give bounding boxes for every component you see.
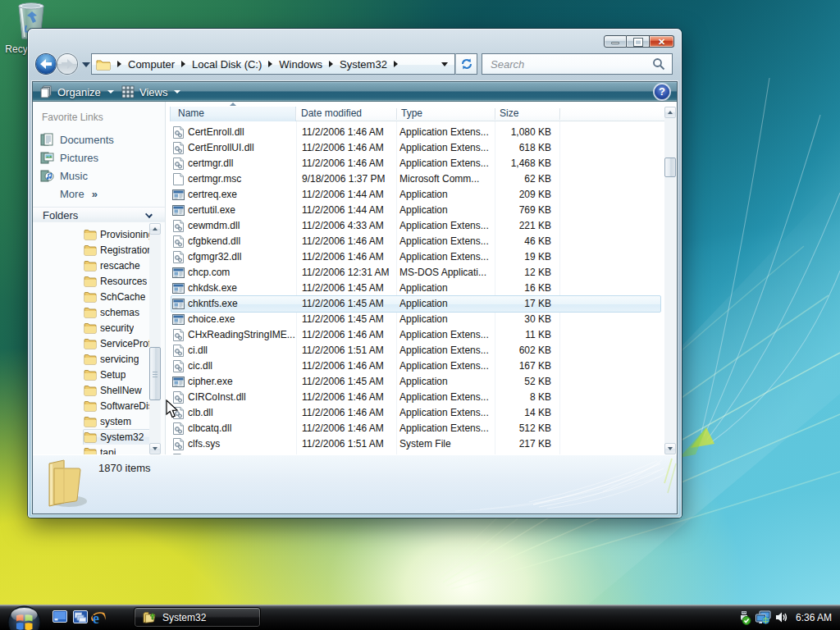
refresh-icon (460, 57, 473, 71)
tree-item-tapi[interactable]: tapi (33, 445, 149, 454)
tree-item-setup[interactable]: Setup (33, 367, 149, 382)
file-row-cic-dll[interactable]: cic.dll11/2/2006 1:46 AMApplication Exte… (170, 358, 677, 374)
minimize-button[interactable] (604, 35, 627, 48)
tree-item-label: schemas (100, 307, 139, 318)
tree-item-provisioning[interactable]: Provisioning (33, 226, 149, 242)
file-row-chcp-com[interactable]: chcp.com11/2/2006 12:31 AMMS-DOS Applica… (170, 265, 677, 281)
column-header-size[interactable]: Size (495, 107, 559, 121)
switch-windows-icon[interactable] (73, 610, 88, 624)
tree-item-serviceprofiles[interactable]: ServiceProfiles (33, 336, 149, 351)
file-row-clfs-sys[interactable]: clfs.sys11/2/2006 1:51 AMSystem File217 … (170, 436, 677, 452)
folders-chevron-icon (145, 211, 153, 218)
scroll-down-icon (153, 447, 158, 450)
exe-file-icon (172, 313, 185, 326)
folder-icon (84, 307, 97, 318)
file-row-certreq-exe[interactable]: certreq.exe11/2/2006 1:44 AMApplication2… (170, 187, 677, 203)
taskbar-button-system32[interactable]: System32 (134, 607, 261, 628)
file-row-chkdsk-exe[interactable]: chkdsk.exe11/2/2006 1:45 AMApplication16… (170, 281, 677, 296)
file-row-cewmdm-dll[interactable]: cewmdm.dll11/2/2006 4:33 AMApplication E… (170, 218, 677, 234)
file-row-chkntfs-exe[interactable]: chkntfs.exe11/2/2006 1:45 AMApplication1… (170, 296, 677, 312)
views-icon (121, 85, 135, 98)
folders-band[interactable]: Folders (33, 207, 165, 222)
volume-icon[interactable] (775, 610, 789, 624)
favorite-link-documents[interactable]: Documents (33, 131, 165, 148)
file-name: CertEnrollUI.dll (188, 140, 303, 156)
network-icon[interactable] (756, 610, 771, 624)
safely-remove-hardware-icon[interactable] (737, 610, 751, 625)
search-box[interactable]: Search (482, 53, 673, 75)
file-row-chxreadingstringime-[interactable]: CHxReadingStringIME...11/2/2006 1:46 AMA… (170, 327, 677, 343)
exe-file-icon (172, 267, 185, 279)
favorite-link-pictures[interactable]: Pictures (33, 149, 165, 166)
file-name: CHxReadingStringIME... (188, 327, 303, 343)
tree-scroll-up-button[interactable] (149, 223, 161, 235)
start-button[interactable] (7, 605, 41, 630)
file-row-choice-exe[interactable]: choice.exe11/2/2006 1:45 AMApplication30… (170, 312, 677, 327)
pictures-icon (40, 151, 54, 164)
file-size: 14 KB (495, 405, 551, 421)
tree-item-servicing[interactable]: servicing (33, 351, 149, 367)
column-header-name[interactable]: Name (170, 107, 296, 121)
list-scrollbar[interactable] (664, 107, 676, 454)
tree-item-registration[interactable]: Registration (33, 242, 149, 258)
file-type: Application Extens... (399, 358, 493, 374)
tree-item-rescache[interactable]: rescache (33, 258, 149, 273)
refresh-button[interactable] (455, 53, 477, 75)
file-name: chkdsk.exe (188, 281, 303, 296)
breadcrumb-item[interactable]: Windows (279, 58, 322, 71)
column-separator[interactable] (559, 108, 560, 120)
thumb-grip (153, 374, 158, 375)
breadcrumb-item[interactable]: System32 (340, 58, 387, 71)
views-button[interactable]: Views (121, 82, 180, 102)
tree-scrollbar[interactable] (149, 223, 161, 454)
show-desktop-icon[interactable] (52, 610, 67, 624)
list-scroll-up-button[interactable] (664, 107, 676, 118)
list-scroll-thumb[interactable] (664, 158, 676, 177)
tree-item-schcache[interactable]: SchCache (33, 289, 149, 304)
file-row-certmgr-dll[interactable]: certmgr.dll11/2/2006 1:46 AMApplication … (170, 156, 677, 171)
file-type: Application (399, 281, 493, 296)
tree-item-softwaredistribution[interactable]: SoftwareDistribution (33, 398, 149, 413)
file-size: 16 KB (495, 281, 551, 296)
help-button[interactable]: ? (655, 84, 669, 99)
forward-button[interactable] (57, 54, 77, 74)
folder-icon (84, 416, 97, 427)
file-type: Application Extens... (399, 125, 493, 140)
back-button[interactable] (36, 54, 56, 74)
tree-item-security[interactable]: security (33, 320, 149, 336)
file-row-cfgbkend-dll[interactable]: cfgbkend.dll11/2/2006 1:46 AMApplication… (170, 234, 677, 249)
tree-item-shellnew[interactable]: ShellNew (33, 382, 149, 398)
recent-pages-dropdown[interactable] (82, 62, 90, 67)
internet-explorer-icon[interactable]: e (90, 610, 107, 626)
tree-item-system[interactable]: system (33, 413, 149, 429)
tree-item-label: tapi (100, 447, 116, 455)
breadcrumb-item[interactable]: Local Disk (C:) (192, 58, 262, 71)
file-row-certenroll-dll[interactable]: CertEnroll.dll11/2/2006 1:46 AMApplicati… (170, 125, 677, 140)
address-dropdown-icon[interactable] (441, 62, 448, 66)
tree-scroll-down-button[interactable] (149, 443, 161, 454)
column-header-date-modified[interactable]: Date modified (296, 107, 396, 121)
favorites-more[interactable]: More » (33, 185, 165, 202)
tree-item-resources[interactable]: Resources (33, 273, 149, 289)
file-row-circoinst-dll[interactable]: CIRCoInst.dll11/2/2006 1:46 AMApplicatio… (170, 390, 677, 405)
organize-button[interactable]: Organize (39, 82, 114, 102)
file-row-certmgr-msc[interactable]: certmgr.msc9/18/2006 1:37 PMMicrosoft Co… (170, 171, 677, 187)
file-size: 30 KB (495, 312, 551, 327)
file-row-clbcatq-dll[interactable]: clbcatq.dll11/2/2006 1:46 AMApplication … (170, 421, 677, 436)
file-row-cipher-exe[interactable]: cipher.exe11/2/2006 1:45 AMApplication52… (170, 374, 677, 390)
tree-scroll-thumb[interactable] (149, 347, 161, 400)
breadcrumb-item[interactable]: Computer (128, 58, 175, 71)
close-button[interactable]: ✕ (650, 35, 674, 48)
favorite-link-music[interactable]: Music (33, 167, 165, 184)
list-scroll-down-button[interactable] (664, 443, 676, 454)
file-row-certenrollui-dll[interactable]: CertEnrollUI.dll11/2/2006 1:46 AMApplica… (170, 140, 677, 156)
file-row-cfgmgr32-dll[interactable]: cfgmgr32.dll11/2/2006 1:46 AMApplication… (170, 249, 677, 265)
file-row-certutil-exe[interactable]: certutil.exe11/2/2006 1:44 AMApplication… (170, 203, 677, 218)
address-bar[interactable]: ComputerLocal Disk (C:)WindowsSystem32 (91, 53, 455, 75)
maximize-button[interactable] (627, 35, 650, 48)
tree-item-schemas[interactable]: schemas (33, 304, 149, 320)
file-row-ci-dll[interactable]: ci.dll11/2/2006 1:51 AMApplication Exten… (170, 343, 677, 358)
column-header-type[interactable]: Type (396, 107, 495, 121)
file-row-clb-dll[interactable]: clb.dll11/2/2006 1:46 AMApplication Exte… (170, 405, 677, 421)
tree-item-system32[interactable]: System32 (33, 429, 149, 445)
